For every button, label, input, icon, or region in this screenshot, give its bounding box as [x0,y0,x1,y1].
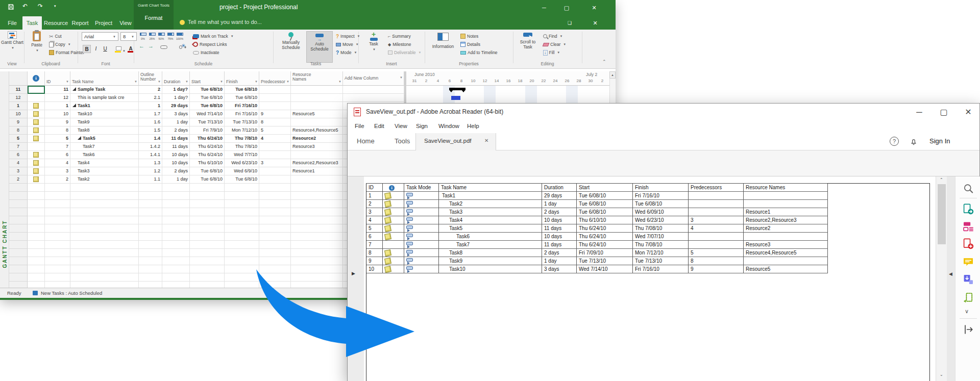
pdf-cell[interactable]: Tue 6/08/10 [633,200,689,208]
grid-cell[interactable]: 1.2 [139,167,162,175]
grid-cell[interactable] [225,200,259,208]
pdf-cell[interactable]: 29 days [542,192,577,200]
grid-cell[interactable] [70,273,139,282]
inspect-button[interactable]: ? Inspect ▼ [336,33,360,40]
pdf-cell[interactable]: 2 days [542,208,577,216]
pdf-cell[interactable]: 2 [366,200,383,208]
mode-button[interactable]: ? Mode ▼ [336,49,357,56]
grid-cell[interactable] [259,94,291,102]
grid-cell[interactable] [225,224,259,233]
grid-cell[interactable]: 1.5 [139,126,162,135]
grid-cell[interactable] [45,273,70,282]
grid-cell[interactable]: 2 [45,175,70,184]
minimize-button[interactable]: ─ [535,0,553,15]
respect-links-button[interactable]: Respect Links [193,41,227,48]
grid-cell[interactable] [259,143,291,151]
font-size-select[interactable]: 8 ▼ [120,32,137,41]
grid-cell[interactable] [259,86,291,94]
underline-button[interactable]: U [101,45,109,53]
grid-cell[interactable]: 8 [259,118,291,126]
grid-cell[interactable] [259,175,291,184]
pdf-cell[interactable] [404,224,439,233]
grid-cell[interactable] [162,208,190,216]
grid-cell[interactable] [9,257,28,265]
grid-cell[interactable]: 2 [139,86,162,94]
grid-cell[interactable] [28,257,45,265]
pdf-cell[interactable] [383,241,404,249]
scroll-down-icon[interactable]: ⌄ [940,372,943,377]
grid-cell[interactable]: 10 days [162,151,190,159]
grid-cell[interactable]: 9 [9,118,28,126]
grid-cell[interactable] [225,233,259,241]
tab-close-icon[interactable]: ✕ [484,138,488,143]
pdf-cell[interactable]: Task1 [439,192,542,200]
grid-header-predecessor[interactable]: Predecessor▼ [259,71,291,86]
pdf-scrollbar[interactable]: ⌃ ⌄ [936,176,947,381]
pdf-cell[interactable]: Task9 [439,257,542,265]
pdf-cell[interactable]: Task8 [439,249,542,257]
tab-view[interactable]: View [116,16,135,30]
pdf-cell[interactable]: Wed 6/09/10 [633,208,689,216]
pdf-cell[interactable] [383,257,404,265]
pdf-cell[interactable] [404,257,439,265]
grid-cell[interactable] [190,257,225,265]
grid-cell[interactable] [28,86,45,94]
grid-cell[interactable]: Mon 7/12/10 [225,126,259,135]
grid-cell[interactable] [139,184,162,192]
grid-cell[interactable]: 3 [9,167,28,175]
pdf-cell[interactable]: Thu 7/08/10 [633,224,689,233]
grid-cell[interactable] [139,200,162,208]
grid-cell[interactable]: 1.4.1 [139,151,162,159]
pdf-cell[interactable]: Task2 [439,200,542,208]
grid-cell[interactable] [70,184,139,192]
grid-cell[interactable]: 1 [45,102,70,110]
find-button[interactable]: Find ▼ [543,33,563,40]
grid-cell[interactable] [259,167,291,175]
grid-cell[interactable] [28,135,45,143]
pdf-cell[interactable]: Thu 6/24/10 [577,224,633,233]
grid-cell[interactable]: 5 [9,135,28,143]
pdf-cell[interactable] [404,233,439,241]
pdf-cell[interactable]: Fri 7/16/10 [633,265,689,273]
pdf-cell[interactable]: 7 [366,241,383,249]
unlink-arrow-left-icon[interactable]: ← [139,43,144,49]
grid-cell[interactable]: Tue 6/8/10 [190,167,225,175]
pdf-cell[interactable]: Task4 [439,216,542,224]
grid-cell[interactable]: Tue 6/8/10 [225,175,259,184]
grid-header-finish[interactable]: Finish▼ [225,71,259,86]
pdf-cell[interactable]: Task5 [439,224,542,233]
grid-cell[interactable]: 2 days [162,126,190,135]
combine-files-icon[interactable] [962,273,974,288]
grid-cell[interactable] [291,200,343,208]
grid-cell[interactable]: Tue 6/8/10 [190,102,225,110]
pdf-cell[interactable]: 9 [366,257,383,265]
minimize-button[interactable]: ─ [907,104,932,121]
grid-cell[interactable] [190,200,225,208]
insert-milestone-button[interactable]: ◆ Milestone [388,41,411,48]
grid-cell[interactable] [139,265,162,273]
pdf-cell[interactable] [404,265,439,273]
menu-window[interactable]: Window [438,123,459,129]
format-painter-button[interactable]: Format Painter [49,49,84,56]
grid-cell[interactable] [259,200,291,208]
grid-cell[interactable] [291,241,343,249]
pdf-cell[interactable] [689,200,744,208]
grid-cell[interactable]: Tue 6/8/10 [225,86,259,94]
grid-cell[interactable] [291,184,343,192]
grid-cell[interactable]: 10 [45,110,70,118]
grid-cell[interactable] [70,241,139,249]
grid-cell[interactable] [259,216,291,224]
pdf-cell[interactable]: 4 [366,216,383,224]
cut-button[interactable]: ✂ Cut [49,33,62,40]
grid-cell[interactable]: 4 [9,159,28,167]
grid-cell[interactable] [291,257,343,265]
grid-cell[interactable] [259,184,291,192]
sign-in-button[interactable]: Sign In [929,137,950,145]
pdf-cell[interactable] [383,249,404,257]
manually-schedule-button[interactable]: Manually Schedule [277,31,305,63]
grid-cell[interactable]: Wed 6/9/10 [225,167,259,175]
grid-cell[interactable]: Wed 6/23/10 [225,159,259,167]
grid-cell[interactable]: 1 [9,102,28,110]
grid-cell[interactable] [28,151,45,159]
pdf-cell[interactable]: Resource1 [744,208,828,216]
